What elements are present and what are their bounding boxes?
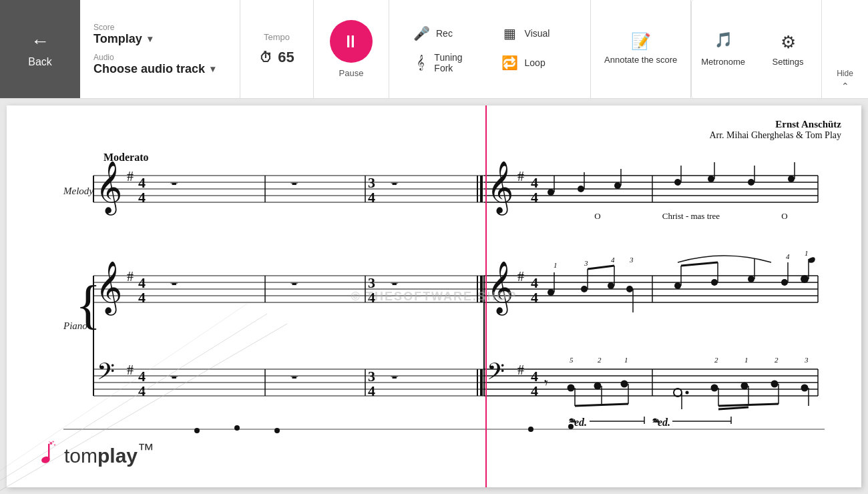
- note-7: [788, 176, 795, 182]
- finger-1: 1: [554, 261, 558, 269]
- ped-mark-2: 𝆮ed.: [651, 417, 670, 428]
- annotate-button[interactable]: 📝 Annotate the score: [591, 0, 691, 98]
- svg-point-116: [54, 444, 55, 445]
- time-sig-piano-r-bottom: 4: [531, 289, 538, 306]
- note-4: [674, 179, 681, 186]
- tempo-label: Tempo: [264, 32, 290, 42]
- loop-icon: 🔁: [501, 55, 519, 71]
- tempo-value-display[interactable]: ⏱ 65: [259, 49, 294, 66]
- mic-icon: 🎤: [412, 25, 431, 41]
- svg-point-111: [234, 425, 240, 431]
- lyric-christmas: Christ - mas tree: [662, 211, 720, 221]
- time-sig-3-4-bottom: 4: [368, 189, 375, 206]
- playback-line: [485, 105, 487, 487]
- svg-line-104: [718, 407, 748, 409]
- tuning-fork-icon: 𝄞: [412, 55, 429, 70]
- svg-point-88: [621, 381, 628, 388]
- finger-1-2: 1: [805, 249, 809, 257]
- pause-label: Pause: [339, 68, 364, 78]
- rec-button[interactable]: 🎤 Rec: [407, 21, 485, 45]
- svg-point-51: [626, 286, 633, 292]
- time-sig-bass-bottom: 4: [138, 383, 146, 399]
- whole-rest-pb3: 𝄻: [391, 376, 399, 379]
- note-3: [614, 182, 621, 189]
- treble-clef-melody-right: 𝄞: [487, 161, 513, 216]
- finger-3: 3: [584, 259, 588, 267]
- settings-button[interactable]: ⚙ Settings: [754, 0, 821, 98]
- metronome-icon: 🎵: [714, 31, 732, 49]
- tuning-fork-button[interactable]: 𝄞 Tuning Fork: [407, 48, 485, 77]
- visual-icon: ▦: [501, 25, 519, 41]
- lyric-o-2: O: [781, 211, 787, 221]
- svg-point-84: [568, 385, 575, 392]
- hide-label: Hide: [837, 69, 853, 78]
- audio-dropdown[interactable]: Choose audio track ▾: [93, 62, 226, 76]
- treble-clef-melody: 𝄞: [95, 161, 122, 216]
- svg-point-63: [801, 275, 809, 283]
- loop-button[interactable]: 🔁 Loop: [495, 48, 574, 77]
- tomplay-logo: tomplay™: [33, 440, 154, 467]
- whole-rest-pt1: 𝄻: [170, 282, 178, 286]
- visual-button[interactable]: ▦ Visual: [495, 21, 574, 45]
- svg-line-103: [718, 404, 779, 406]
- key-sig-piano-treble: #: [127, 269, 134, 284]
- svg-point-115: [49, 442, 52, 445]
- svg-line-53: [588, 266, 614, 269]
- lyric-o-1: O: [594, 211, 600, 221]
- tempo-number: 65: [278, 49, 294, 66]
- key-sig-piano-treble-right: #: [517, 269, 524, 284]
- svg-point-118: [49, 441, 50, 442]
- melody-staff-label: Melody: [63, 186, 93, 196]
- toolbar-tools: 🎤 Rec ▦ Visual 𝄞 Tuning Fork 🔁 Loop: [389, 0, 591, 98]
- time-sig-melody-bottom: 4: [138, 189, 146, 206]
- audio-sublabel: Audio: [93, 53, 226, 62]
- treble-clef-piano: 𝄞: [95, 261, 122, 316]
- metronome-button[interactable]: 🎵 Metronome: [691, 0, 754, 98]
- svg-point-112: [274, 428, 280, 433]
- logo-note-icon: [33, 441, 60, 467]
- finger-4: 4: [611, 256, 615, 264]
- svg-line-90: [575, 404, 628, 406]
- svg-point-99: [771, 381, 779, 388]
- key-sig-bass: #: [127, 362, 134, 377]
- logo-tomplay-text: tomplay™: [64, 440, 154, 467]
- svg-point-92: [676, 391, 680, 395]
- rec-label: Rec: [436, 28, 453, 39]
- pause-icon: ⏸: [342, 31, 361, 52]
- finger-5: 5: [570, 356, 574, 364]
- pause-button[interactable]: ⏸: [330, 20, 373, 63]
- note-2: [578, 186, 584, 192]
- svg-point-86: [594, 383, 602, 390]
- whole-rest-pt3: 𝄻: [391, 282, 399, 286]
- time-sig-piano-3-4-bottom: 4: [368, 289, 375, 306]
- score-chevron-icon: ▾: [148, 33, 152, 44]
- time-sig-right-bottom: 4: [531, 189, 538, 206]
- svg-point-110: [194, 428, 200, 433]
- composer-name: Ernst Anschütz: [47, 119, 841, 130]
- key-sig-bass-right: #: [517, 362, 524, 377]
- audio-value: Choose audio track: [93, 62, 205, 76]
- back-button[interactable]: ← Back: [0, 0, 80, 98]
- slur-arc: [678, 256, 771, 262]
- finger-2-b: 2: [598, 356, 602, 364]
- svg-point-60: [781, 279, 788, 286]
- score-sublabel: Score: [93, 23, 226, 32]
- tempo-section: Tempo ⏱ 65: [240, 0, 314, 98]
- back-label: Back: [28, 56, 52, 68]
- whole-rest-m2: 𝄻: [290, 182, 298, 186]
- settings-gear-icon: ⚙: [781, 32, 796, 53]
- pause-section: ⏸ Pause: [314, 0, 389, 98]
- loop-label: Loop: [525, 57, 546, 68]
- arranger-name: Arr. Mihai Gherghelas & Tom Play: [47, 130, 841, 141]
- key-sig-melody: #: [127, 169, 134, 184]
- logo-trademark: ™: [138, 440, 154, 459]
- score-row: Score Tomplay ▾: [93, 23, 226, 46]
- svg-point-56: [711, 279, 718, 286]
- tool-group-left: 🎤 Rec ▦ Visual 𝄞 Tuning Fork 🔁 Loop: [396, 16, 584, 83]
- svg-point-113: [528, 427, 533, 432]
- score-dropdown[interactable]: Tomplay ▾: [93, 32, 226, 46]
- svg-line-62: [681, 262, 718, 266]
- flag-note: [809, 257, 815, 263]
- svg-point-49: [608, 282, 614, 289]
- hide-button[interactable]: Hide ⌃: [821, 0, 868, 98]
